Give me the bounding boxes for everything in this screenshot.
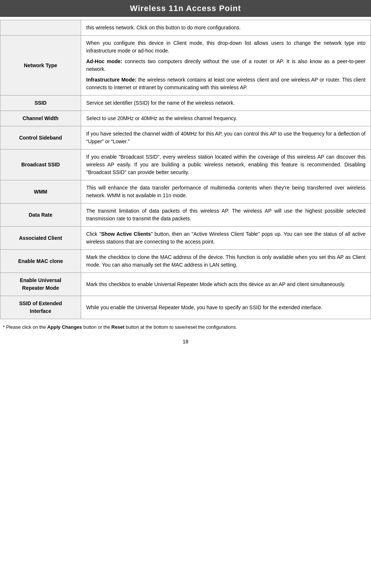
page-number: 18 xyxy=(0,339,371,344)
table-row: Control SidebandIf you have selected the… xyxy=(0,126,371,149)
row-content-10: Mark this checkbox to enable Universal R… xyxy=(81,273,371,296)
row-label-9: Enable MAC clone xyxy=(0,250,81,273)
row-content-8: Click "Show Active Clients" button, then… xyxy=(81,227,371,250)
row-label-6: WMM xyxy=(0,180,81,203)
row-content-7: The transmit limitation of data packets … xyxy=(81,203,371,227)
table-row: SSIDService set identifier (SSID) for th… xyxy=(0,95,371,111)
row-label-3: Channel Width xyxy=(0,111,81,126)
row-content-0: this wireless network. Click on this but… xyxy=(81,20,371,36)
row-content-2: Service set identifier (SSID) for the na… xyxy=(81,95,371,111)
row-label-10: Enable UniversalRepeater Mode xyxy=(0,273,81,296)
footer-note: * Please click on the Apply Changes butt… xyxy=(0,323,371,331)
table-row: this wireless network. Click on this but… xyxy=(0,20,371,36)
table-row: Network TypeWhen you configure this devi… xyxy=(0,36,371,95)
row-content-6: This will enhance the data transfer perf… xyxy=(81,180,371,203)
table-row: Data RateThe transmit limitation of data… xyxy=(0,203,371,227)
table-row: Associated ClientClick "Show Active Clie… xyxy=(0,227,371,250)
main-table: this wireless network. Click on this but… xyxy=(0,20,371,319)
table-row: Broadcast SSIDIf you enable "Broadcast S… xyxy=(0,149,371,180)
table-row: Enable UniversalRepeater ModeMark this c… xyxy=(0,273,371,296)
row-label-2: SSID xyxy=(0,95,81,111)
row-label-0 xyxy=(0,20,81,36)
row-label-8: Associated Client xyxy=(0,227,81,250)
row-label-1: Network Type xyxy=(0,36,81,95)
table-row: WMMThis will enhance the data transfer p… xyxy=(0,180,371,203)
table-row: Channel WidthSelect to use 20MHz or 40MH… xyxy=(0,111,371,126)
row-content-5: If you enable "Broadcast SSID", every wi… xyxy=(81,149,371,180)
row-content-11: While you enable the Universal Repeater … xyxy=(81,296,371,319)
row-content-4: If you have selected the channel width o… xyxy=(81,126,371,149)
row-content-3: Select to use 20MHz or 40MHz as the wire… xyxy=(81,111,371,126)
row-content-9: Mark the checkbox to clone the MAC addre… xyxy=(81,250,371,273)
page-header: Wireless 11n Access Point xyxy=(0,0,371,17)
row-label-5: Broadcast SSID xyxy=(0,149,81,180)
row-content-1: When you configure this device in Client… xyxy=(81,36,371,95)
row-label-11: SSID of ExtendedInterface xyxy=(0,296,81,319)
table-row: SSID of ExtendedInterfaceWhile you enabl… xyxy=(0,296,371,319)
row-label-7: Data Rate xyxy=(0,203,81,227)
row-label-4: Control Sideband xyxy=(0,126,81,149)
table-row: Enable MAC cloneMark the checkbox to clo… xyxy=(0,250,371,273)
